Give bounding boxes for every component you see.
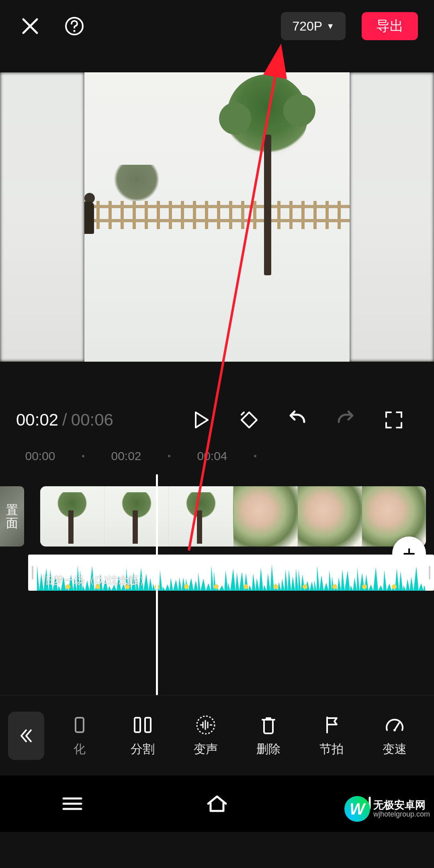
ruler-dot — [254, 455, 256, 457]
tool-beat[interactable]: 节拍 — [300, 714, 363, 757]
cover-chip-label: 置 面 — [0, 503, 24, 530]
tool-speed[interactable]: 变速 — [363, 714, 426, 757]
chevron-down-icon: ▼ — [326, 22, 334, 31]
ruler-mark: 00:02 — [111, 449, 141, 463]
playback-row: 00:02 / 00:06 — [0, 394, 434, 446]
audio-track-row: 旧梦一场（DJ沈念版） — [28, 555, 434, 591]
export-button[interactable]: 导出 — [362, 12, 418, 40]
audio-trim-handle-right[interactable] — [425, 555, 434, 591]
beat-dot — [332, 584, 337, 589]
beat-dot — [392, 584, 397, 589]
tool-label: 变速 — [383, 741, 407, 757]
time-separator: / — [62, 410, 67, 430]
keyframe-button[interactable] — [233, 404, 265, 436]
beat-dot — [184, 584, 189, 589]
play-icon — [192, 411, 210, 429]
clip-thumb[interactable] — [297, 486, 362, 547]
watermark-url: wjhotelgroup.com — [373, 811, 430, 818]
recents-button[interactable] — [54, 790, 90, 818]
clip-thumb[interactable] — [233, 486, 297, 547]
rect-icon — [68, 714, 91, 736]
total-time: 00:06 — [71, 410, 113, 430]
cover-chip[interactable]: 置 面 — [0, 486, 24, 547]
clip-thumb[interactable] — [104, 486, 168, 547]
ruler-mark: 00:04 — [197, 449, 227, 463]
chevron-left-double-icon — [18, 728, 34, 744]
clips-row: 置 面 + — [0, 486, 434, 547]
clip-thumb[interactable] — [168, 486, 233, 547]
home-icon — [205, 794, 229, 813]
beat-dot — [362, 584, 367, 589]
tool-label: 节拍 — [319, 741, 344, 757]
tool-voice[interactable]: 变声 — [174, 714, 237, 757]
playhead[interactable] — [156, 474, 158, 695]
help-button[interactable] — [60, 12, 88, 40]
time-ruler[interactable]: 00:0000:0200:04 — [0, 446, 434, 466]
audio-track-label: 旧梦一场（DJ沈念版） — [43, 573, 149, 588]
svg-point-1 — [73, 30, 75, 32]
export-label: 导出 — [376, 17, 403, 35]
beat-dot — [214, 584, 219, 589]
edit-toolbar: 化 分割 变声 删除 节拍 — [0, 695, 434, 776]
audio-track[interactable]: 旧梦一场（DJ沈念版） — [28, 555, 434, 591]
clip-thumb[interactable] — [40, 486, 104, 547]
tool-label: 变声 — [194, 741, 218, 757]
help-icon — [64, 16, 84, 36]
svg-line-8 — [395, 723, 399, 730]
video-editor-app: 720P ▼ 导出 00:02 / 00:06 — [0, 0, 434, 868]
ruler-dot — [168, 455, 170, 457]
flag-icon — [320, 714, 343, 736]
watermark-logo: W — [344, 796, 370, 822]
svg-rect-6 — [145, 718, 151, 732]
tool-split[interactable]: 分割 — [111, 714, 174, 757]
ruler-mark: 00:00 — [25, 449, 55, 463]
redo-button[interactable] — [330, 404, 362, 436]
beat-dot — [244, 584, 248, 589]
preview-background-left — [0, 72, 84, 362]
trash-icon — [257, 714, 280, 736]
gauge-icon — [383, 714, 406, 736]
header-bar: 720P ▼ 导出 — [0, 0, 434, 52]
close-icon — [21, 17, 39, 35]
menu-icon — [61, 795, 84, 812]
beat-dot — [273, 584, 278, 589]
watermark-title: 无极安卓网 — [373, 800, 430, 811]
redo-icon — [336, 410, 356, 430]
preview-background-right — [350, 72, 434, 362]
tool-delete[interactable]: 删除 — [237, 714, 300, 757]
tool-huafeng[interactable]: 化 — [48, 714, 111, 757]
preview-frame — [84, 72, 350, 362]
svg-rect-5 — [135, 718, 140, 732]
undo-button[interactable] — [281, 404, 313, 436]
audio-trim-handle-left[interactable] — [28, 555, 37, 591]
video-preview[interactable] — [0, 72, 434, 362]
ruler-dot — [82, 455, 84, 457]
fullscreen-icon — [385, 411, 403, 429]
video-clip-strip[interactable] — [40, 486, 426, 547]
undo-icon — [287, 410, 307, 430]
collapse-toolbar-button[interactable] — [8, 712, 44, 760]
tool-label: 分割 — [131, 741, 155, 757]
home-button[interactable] — [199, 790, 235, 818]
close-button[interactable] — [16, 12, 44, 40]
split-icon — [131, 714, 154, 736]
fullscreen-button[interactable] — [378, 404, 410, 436]
tool-label: 删除 — [256, 741, 280, 757]
voice-icon — [194, 714, 217, 736]
svg-rect-4 — [76, 718, 84, 732]
svg-point-9 — [393, 729, 396, 731]
resolution-selector[interactable]: 720P ▼ — [281, 12, 346, 40]
beat-dot — [303, 584, 307, 589]
current-time: 00:02 — [16, 410, 58, 430]
resolution-label: 720P — [292, 19, 322, 34]
keyframe-icon — [239, 410, 259, 430]
clip-thumb[interactable] — [362, 486, 426, 547]
tool-label: 化 — [74, 741, 86, 757]
play-button[interactable] — [185, 404, 217, 436]
watermark: W 无极安卓网 wjhotelgroup.com — [344, 796, 430, 822]
timeline[interactable]: 00:0000:0200:04 置 面 + — [0, 446, 434, 695]
